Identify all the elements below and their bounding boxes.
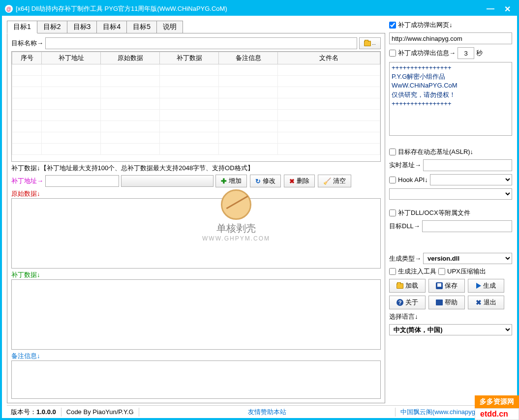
col-remark[interactable]: 备注信息: [219, 52, 278, 64]
target-dll-input[interactable]: [422, 220, 512, 232]
upx-check[interactable]: UPX压缩输出: [438, 267, 486, 276]
popup-web-input[interactable]: [389, 32, 512, 44]
table-row: [12, 144, 380, 155]
footer-badges: 多多资源网 etdd.cn: [475, 395, 519, 420]
popup-info-textarea[interactable]: ++++++++++++++++ P.Y.G解密小组作品 WwW.CHiNaPY…: [389, 62, 512, 136]
patch-dropdown[interactable]: [121, 175, 214, 187]
table-row: [12, 110, 380, 121]
gen-inject-checkbox[interactable]: [389, 268, 396, 275]
target-name-input[interactable]: [45, 37, 357, 49]
tab-target-1[interactable]: 目标1: [7, 21, 37, 33]
refresh-icon: ↻: [255, 178, 261, 185]
popup-info-checkbox[interactable]: [389, 50, 396, 57]
badge-domain: etdd.cn: [475, 408, 519, 420]
orig-data-label: 原始数据↓: [11, 189, 381, 198]
table-row: [12, 98, 380, 110]
aslr-check[interactable]: 目标存在动态基址(ASLR)↓: [389, 148, 512, 156]
real-base-input[interactable]: [423, 159, 512, 171]
delete-button[interactable]: ✖删除: [284, 175, 315, 187]
table-row: [12, 121, 380, 132]
add-button[interactable]: ✚增加: [215, 175, 247, 187]
folder-icon: [364, 41, 371, 46]
patch-hint: 补丁数据↓【补丁地址最大支持100个、总补丁数据最大支持2048字节、支持OD格…: [11, 164, 381, 173]
popup-web-checkbox[interactable]: [389, 22, 396, 29]
play-icon: [476, 283, 481, 289]
patch-data-block: 补丁数据↓: [11, 270, 381, 350]
dll-ocx-checkbox[interactable]: [389, 210, 396, 216]
x-icon: ✖: [289, 178, 295, 185]
tab-target-3[interactable]: 目标3: [67, 21, 97, 33]
patch-addr-row: 补丁地址→ ✚增加 ↻修改 ✖删除 🧹清空: [11, 175, 381, 187]
target-name-row: 目标名称→ ...: [11, 37, 381, 49]
clear-button[interactable]: 🧹清空: [318, 175, 351, 187]
hook-api-checkbox[interactable]: [389, 177, 396, 183]
tab-target-2[interactable]: 目标2: [37, 21, 67, 33]
right-column: 补丁成功弹出网页↓ 补丁成功弹出信息→ 秒 ++++++++++++++++ P…: [389, 21, 512, 403]
tab-help[interactable]: 说明: [156, 21, 183, 33]
patch-data-textarea[interactable]: [11, 279, 381, 350]
table-row: [12, 132, 380, 144]
patch-addr-label: 补丁地址→: [11, 177, 43, 185]
plus-icon: ✚: [221, 177, 227, 185]
dll-ocx-check[interactable]: 补丁DLL/OCX等附属文件: [389, 209, 512, 217]
folder-icon: [397, 283, 403, 289]
app-icon: @: [5, 5, 13, 13]
popup-info-check[interactable]: 补丁成功弹出信息→: [389, 49, 456, 58]
target-name-label: 目标名称→: [11, 39, 43, 48]
hook-api-select-2[interactable]: [389, 188, 512, 200]
col-file[interactable]: 文件名: [278, 52, 380, 64]
remark-block: 备注信息↓: [11, 352, 381, 399]
remark-label: 备注信息↓: [11, 352, 381, 360]
popup-web-check[interactable]: 补丁成功弹出网页↓: [389, 21, 512, 30]
save-icon: [436, 282, 443, 289]
minimize-button[interactable]: —: [484, 4, 497, 14]
action-buttons: ✚增加 ↻修改 ✖删除 🧹清空: [215, 175, 351, 187]
help-button[interactable]: 帮助: [428, 296, 465, 309]
client-area: 目标1 目标2 目标3 目标4 目标5 说明 目标名称→ ...: [2, 16, 517, 418]
aslr-checkbox[interactable]: [389, 149, 396, 155]
seconds-input[interactable]: [458, 47, 474, 59]
exit-button[interactable]: ✖退出: [468, 296, 504, 309]
popup-info-row: 补丁成功弹出信息→ 秒: [389, 47, 512, 59]
modify-button[interactable]: ↻修改: [250, 175, 281, 187]
titlebar: @ [x64] Dll劫持内存补丁制作工具 PYG官方11周年版(WwW.CHi…: [2, 2, 517, 16]
app-window: @ [x64] Dll劫持内存补丁制作工具 PYG官方11周年版(WwW.CHi…: [0, 0, 519, 420]
gen-type-select[interactable]: version.dll: [423, 253, 512, 264]
statusbar: 版本号：1.0.0.0 Code By PiaoYun/P.Y.G 友情赞助本站…: [7, 405, 512, 418]
save-button[interactable]: 保存: [428, 279, 465, 293]
remark-textarea[interactable]: [11, 360, 381, 399]
col-orig[interactable]: 原始数据: [101, 52, 160, 64]
badge-source: 多多资源网: [475, 395, 519, 408]
browse-target-button[interactable]: ...: [359, 37, 381, 49]
load-button[interactable]: 加载: [389, 279, 426, 293]
gen-type-row: 生成类型→ version.dll: [389, 253, 512, 264]
gen-options-row: 生成注入工具 UPX压缩输出: [389, 267, 512, 276]
patch-table[interactable]: 序号 补丁地址 原始数据 补丁数据 备注信息 文件名: [11, 51, 381, 162]
about-button[interactable]: ?关于: [389, 296, 426, 309]
left-column: 目标1 目标2 目标3 目标4 目标5 说明 目标名称→ ...: [7, 21, 385, 403]
hook-api-select-1[interactable]: [430, 174, 512, 185]
tab-target-5[interactable]: 目标5: [126, 21, 157, 33]
window-title: [x64] Dll劫持内存补丁制作工具 PYG官方11周年版(WwW.CHiNa…: [16, 4, 484, 13]
gen-inject-check[interactable]: 生成注入工具: [389, 267, 436, 276]
patch-addr-input[interactable]: [45, 175, 119, 187]
upx-checkbox[interactable]: [438, 268, 445, 275]
orig-data-textarea[interactable]: [11, 198, 381, 269]
generate-button[interactable]: 生成: [468, 279, 504, 293]
book-icon: [436, 300, 443, 305]
close-button[interactable]: ✕: [500, 4, 514, 14]
table-row: [12, 64, 380, 76]
real-base-row: 实时基址→: [389, 159, 512, 171]
col-address[interactable]: 补丁地址: [42, 52, 101, 64]
col-index[interactable]: 序号: [12, 52, 42, 64]
tab-target-4[interactable]: 目标4: [96, 21, 127, 33]
hook-api-check[interactable]: Hook API↓: [389, 176, 428, 183]
hook-api-row: Hook API↓: [389, 174, 512, 185]
lang-select[interactable]: 中文(简体，中国): [389, 324, 512, 335]
broom-icon: 🧹: [323, 178, 331, 185]
tab-panel: 目标名称→ ... 序号 补丁地址 原始数据: [7, 33, 385, 403]
col-patch[interactable]: 补丁数据: [160, 52, 219, 64]
target-dll-label: 目标DLL→: [389, 222, 420, 231]
patch-data-label: 补丁数据↓: [11, 270, 381, 279]
sponsor-link[interactable]: 友情赞助本站: [144, 408, 390, 417]
